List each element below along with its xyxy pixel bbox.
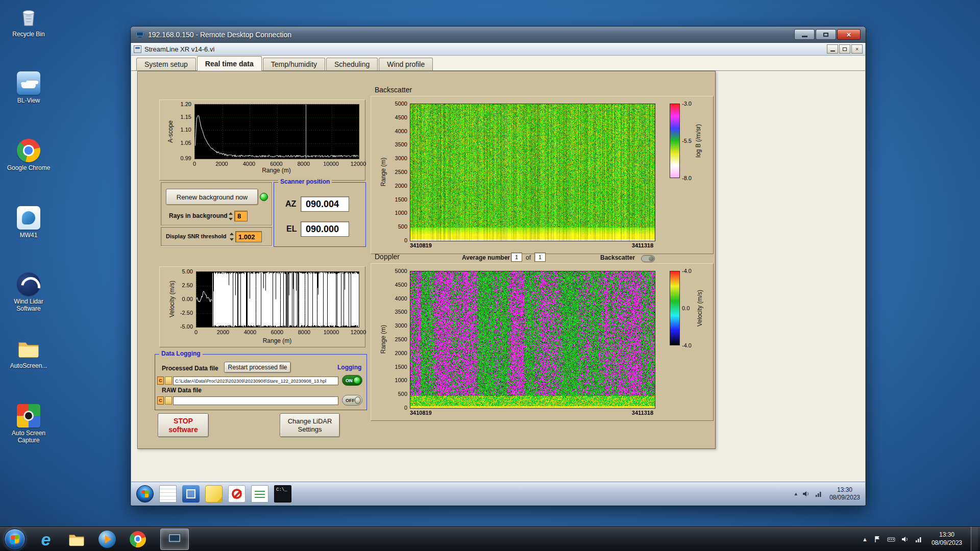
ie-icon: e [41,531,51,548]
az-field[interactable]: 090.004 [301,196,349,212]
app-window: StreamLine XR v14-6.vi × System setup Re… [131,43,865,482]
taskbar-explorer-icon[interactable] [65,528,88,550]
axis-tick-label: 0 [182,161,207,167]
app-icon [134,45,141,53]
mw41-icon [17,206,40,230]
browse-folder-icon[interactable] [165,396,172,405]
taskbar-chrome-icon[interactable] [127,528,149,550]
average-number-field[interactable]: 1 [511,253,522,262]
remote-tray-expand-icon[interactable]: ▴ [794,490,797,497]
processed-logging-switch[interactable]: ON [342,375,362,386]
desktop-icon-mw41[interactable]: MW41 [3,206,54,239]
axis-tick-label: 5.00 [182,268,193,274]
bl-view-icon [17,71,40,95]
remote-taskbar-notepad-icon[interactable] [159,485,177,503]
tab-temp-humidity[interactable]: Temp/humidity [263,58,325,70]
taskbar-rdp-active-button[interactable] [160,529,189,550]
tray-keyboard-icon[interactable] [887,535,895,543]
raw-data-file-path[interactable] [173,396,338,405]
tray-expand-icon[interactable]: ▲ [862,536,868,542]
show-desktop-button[interactable] [971,527,978,551]
remote-taskbar-system-icon[interactable] [182,485,200,503]
rdp-minimize-button[interactable] [794,29,815,40]
backscatter-toggle[interactable] [641,255,655,262]
host-taskbar: e ▲ 13:30 08/09/2023 [0,527,980,551]
axis-tick-label: 5000 [395,101,407,107]
remote-tray-network-icon[interactable] [815,490,823,498]
desktop-icon-wind-lidar-software[interactable]: Wind Lidar Software [3,272,54,313]
backscatter-section-title: Backscatter [375,86,412,94]
desktop-icon-google-chrome[interactable]: Google Chrome [3,139,54,172]
remote-taskbar-command-prompt-icon[interactable]: C:\_ [274,485,291,503]
desktop-icon-label: BL-View [3,97,54,105]
average-of-field[interactable]: 1 [534,253,546,262]
axis-tick-label: 2.50 [182,282,193,288]
remote-start-orb[interactable] [136,485,154,503]
chrome-icon [17,139,40,162]
rdp-window-title: 192.168.0.150 - Remote Desktop Connectio… [148,31,291,39]
snr-threshold-field[interactable]: 1.002 [235,231,262,242]
desktop-icon-autoscreen-folder[interactable]: AutoScreen... [3,337,54,370]
background-group: Renew background now Rays in background … [161,182,272,226]
media-player-icon [99,531,116,548]
remote-clock-time: 13:30 [829,486,860,494]
taskbar-media-player-icon[interactable] [96,528,118,550]
axis-tick-label: 0.0 [682,305,690,311]
browse-folder-icon[interactable] [165,377,172,385]
axis-tick-label: -4.0 [682,268,692,274]
taskbar-internet-explorer-icon[interactable]: e [35,528,57,550]
remote-clock-date: 08/09/2023 [829,494,860,502]
tray-volume-icon[interactable] [901,535,909,543]
desktop-icon-label: Google Chrome [3,165,54,172]
restart-processed-file-button[interactable]: Restart processed file [224,362,291,373]
start-button[interactable] [4,529,26,550]
axis-tick-label: 3411318 [632,410,653,416]
el-field[interactable]: 090.000 [301,221,349,237]
desktop-icon-auto-screen-capture[interactable]: Auto Screen Capture [3,404,54,444]
rdp-maximize-button[interactable] [816,29,836,40]
rdp-close-button[interactable]: × [837,29,861,40]
tab-real-time-data[interactable]: Real time data [197,56,262,71]
axis-tick-label: 3500 [395,309,407,315]
processed-data-file-path[interactable]: C:\LidarA\Data\Proc\2023\202309\20230908… [173,377,338,385]
remote-taskbar-stop-icon[interactable] [228,485,246,503]
tray-network-icon[interactable] [915,535,923,543]
raw-logging-switch[interactable]: OFF [342,395,362,406]
stop-software-button[interactable]: STOP software [158,413,209,437]
axis-tick-label: -8.0 [682,175,692,181]
desktop-icon-label: Recycle Bin [3,31,54,38]
tray-flag-icon[interactable] [873,535,881,543]
change-lidar-settings-button[interactable]: Change LiDAR Settings [280,413,340,437]
folder-icon [17,337,40,360]
remote-clock[interactable]: 13:30 08/09/2023 [827,486,860,502]
az-label: AZ [285,199,296,209]
tab-scheduling[interactable]: Scheduling [326,58,378,70]
axis-tick-label: 1.15 [181,114,191,120]
drive-badge: C [157,377,164,385]
app-close-button[interactable]: × [851,44,863,54]
axis-tick-label: 0 [404,405,407,411]
switch-label: ON [342,378,353,383]
axis-tick-label: 3410819 [410,242,432,248]
tab-system-setup[interactable]: System setup [136,58,196,70]
rdp-app-icon [136,31,144,38]
renew-background-button[interactable]: Renew background now [166,189,258,205]
rays-spinner[interactable] [229,211,234,221]
app-titlebar[interactable]: StreamLine XR v14-6.vi × [131,43,865,56]
rays-in-background-field[interactable]: 8 [234,211,248,221]
scanner-position-title: Scanner position [278,178,332,185]
app-minimize-button[interactable] [827,44,838,54]
backscatter-toggle-label: Backscatter [600,254,635,261]
tab-wind-profile[interactable]: Wind profile [379,58,433,70]
remote-taskbar-xr-file-icon[interactable] [251,485,268,503]
backscatter-y-axis-label: Range (m) [380,158,387,187]
clock[interactable]: 13:30 08/09/2023 [928,531,965,547]
desktop-icon-recycle-bin[interactable]: Recycle Bin [3,5,54,38]
rdp-titlebar[interactable]: 192.168.0.150 - Remote Desktop Connectio… [131,27,866,43]
desktop-icon-bl-view[interactable]: BL-View [3,71,54,105]
app-restore-button[interactable] [839,44,850,54]
snr-spinner[interactable] [230,232,235,242]
remote-taskbar-sticky-notes-icon[interactable] [205,485,223,503]
remote-tray-volume-icon[interactable] [802,490,810,498]
axis-tick-label: 1000 [395,210,407,216]
